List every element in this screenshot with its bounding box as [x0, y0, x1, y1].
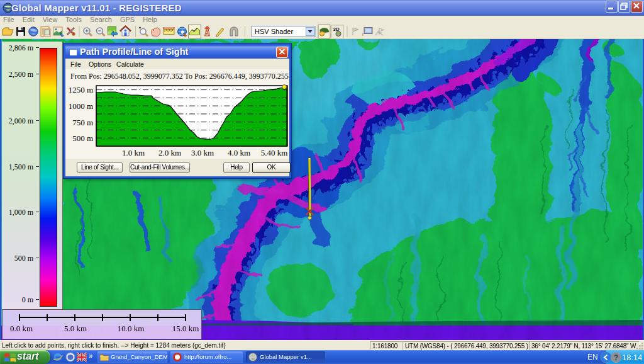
svg-text:2.0 km: 2.0 km: [158, 148, 181, 157]
svg-text:?: ?: [614, 353, 618, 362]
svg-text:750 m: 750 m: [72, 118, 93, 127]
svg-text:500 m: 500 m: [72, 134, 93, 143]
svg-text:1000 m: 1000 m: [69, 101, 93, 111]
svg-text:4.0 km: 4.0 km: [228, 148, 250, 157]
svg-text:1.0 km: 1.0 km: [122, 148, 145, 157]
svg-text:HSV Shader: HSV Shader: [255, 28, 293, 35]
svg-text:5.40 km: 5.40 km: [261, 148, 288, 157]
svg-text:1250 m: 1250 m: [69, 85, 93, 94]
svg-text:3.0 km: 3.0 km: [191, 148, 214, 157]
svg-text:i: i: [362, 31, 364, 37]
